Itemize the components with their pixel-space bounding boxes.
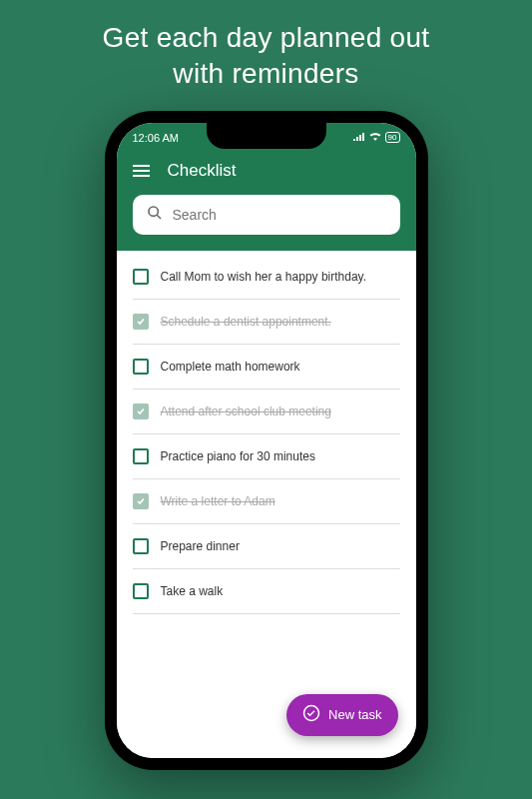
task-checkbox[interactable] <box>133 448 149 464</box>
task-label: Write a letter to Adam <box>161 494 275 508</box>
task-checkbox[interactable] <box>133 538 149 554</box>
new-task-button[interactable]: New task <box>286 694 397 736</box>
task-item[interactable]: Schedule a dentist appointment. <box>133 300 400 345</box>
task-label: Complete math homework <box>161 360 300 374</box>
promo-line2: with reminders <box>173 58 358 89</box>
task-checkbox[interactable] <box>133 269 149 285</box>
task-checkbox[interactable] <box>133 583 149 599</box>
task-label: Attend after school club meeting <box>161 404 331 418</box>
search-icon <box>147 205 163 225</box>
menu-icon[interactable] <box>133 165 150 177</box>
task-item[interactable]: Attend after school club meeting <box>133 390 400 434</box>
task-checkbox[interactable] <box>133 314 149 330</box>
status-right: 90 <box>353 132 400 143</box>
svg-rect-0 <box>353 139 355 141</box>
svg-rect-3 <box>362 133 364 141</box>
phone-screen: 12:06 AM 90 Checklist <box>117 123 416 758</box>
app-header: Checklist <box>117 153 416 251</box>
task-item[interactable]: Prepare dinner <box>133 524 400 569</box>
fab-label: New task <box>328 707 381 722</box>
task-label: Practice piano for 30 minutes <box>161 449 315 463</box>
svg-rect-2 <box>359 135 361 141</box>
task-item[interactable]: Complete math homework <box>133 345 400 390</box>
search-input[interactable] <box>173 207 386 223</box>
phone-frame: 12:06 AM 90 Checklist <box>105 111 428 770</box>
check-circle-icon <box>302 704 320 726</box>
task-item[interactable]: Take a walk <box>133 569 400 614</box>
task-checkbox[interactable] <box>133 359 149 375</box>
task-label: Prepare dinner <box>161 539 240 553</box>
search-box[interactable] <box>133 195 400 235</box>
battery-icon: 90 <box>385 132 400 143</box>
signal-icon <box>353 132 365 143</box>
task-label: Take a walk <box>161 584 224 598</box>
task-item[interactable]: Write a letter to Adam <box>133 479 400 524</box>
promo-line1: Get each day planned out <box>103 22 430 53</box>
task-item[interactable]: Practice piano for 30 minutes <box>133 434 400 479</box>
notch <box>207 123 326 149</box>
svg-rect-1 <box>356 137 358 141</box>
task-list: Call Mom to wish her a happy birthday.Sc… <box>117 251 416 758</box>
wifi-icon <box>369 132 381 143</box>
task-checkbox[interactable] <box>133 493 149 509</box>
promo-heading: Get each day planned out with reminders <box>103 20 430 93</box>
task-checkbox[interactable] <box>133 403 149 419</box>
svg-line-5 <box>157 215 161 219</box>
task-item[interactable]: Call Mom to wish her a happy birthday. <box>133 255 400 300</box>
status-time: 12:06 AM <box>133 132 179 144</box>
app-title: Checklist <box>168 161 237 181</box>
svg-point-4 <box>149 207 158 216</box>
header-top: Checklist <box>133 161 400 181</box>
task-label: Call Mom to wish her a happy birthday. <box>161 270 367 284</box>
task-label: Schedule a dentist appointment. <box>161 315 331 329</box>
